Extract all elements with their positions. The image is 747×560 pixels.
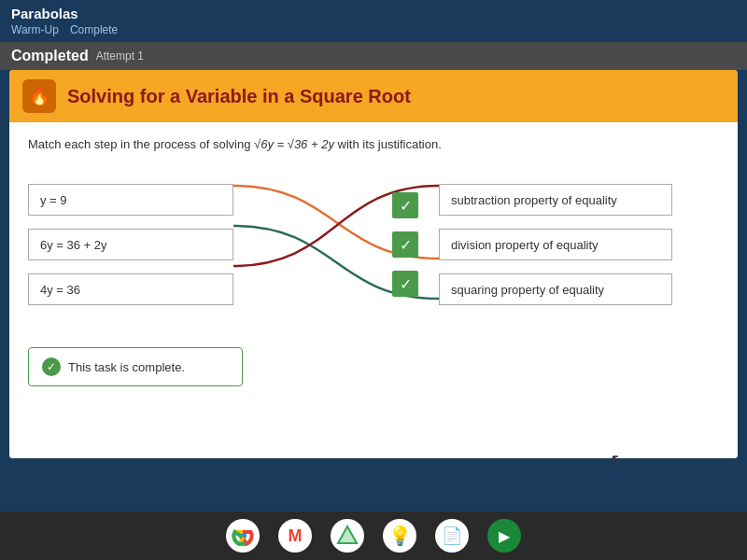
- top-nav: Warm-Up Complete: [11, 23, 736, 36]
- content-body: Match each step in the process of solvin…: [9, 122, 738, 458]
- svg-marker-2: [338, 526, 357, 543]
- left-item-3[interactable]: 4y = 36: [28, 273, 233, 305]
- instruction-text: Match each step in the process of solvin…: [28, 137, 719, 151]
- keep-icon[interactable]: 💡: [383, 519, 416, 553]
- docs-symbol: 📄: [442, 525, 462, 546]
- play-symbol: ▶: [499, 527, 510, 545]
- attempt-label: Attempt 1: [96, 49, 144, 63]
- right-column: subtraction property of equality divisio…: [439, 184, 672, 305]
- nav-complete[interactable]: Complete: [70, 23, 118, 36]
- top-bar: Parabolas Warm-Up Complete: [0, 0, 747, 42]
- left-item-2[interactable]: 6y = 36 + 2y: [28, 229, 233, 260]
- drive-icon[interactable]: [331, 519, 364, 553]
- activity-title: Solving for a Variable in a Square Root: [67, 86, 411, 107]
- warmup-icon: 🔥: [22, 79, 56, 113]
- matching-area: y = 9 6y = 36 + 2y 4y = 36: [28, 170, 719, 319]
- left-column: y = 9 6y = 36 + 2y 4y = 36: [28, 184, 233, 305]
- check-2: ✓: [392, 231, 418, 258]
- header-bar: 🔥 Solving for a Variable in a Square Roo…: [9, 70, 738, 122]
- completed-bar: Completed Attempt 1: [0, 42, 747, 70]
- left-item-1[interactable]: y = 9: [28, 184, 233, 216]
- completed-label: Completed: [11, 48, 89, 64]
- page-title: Parabolas: [11, 6, 736, 21]
- nav-warmup[interactable]: Warm-Up: [11, 23, 59, 36]
- gmail-letter: M: [289, 526, 303, 546]
- taskbar: M 💡 📄 ▶: [0, 511, 747, 560]
- check-column: ✓ ✓ ✓: [392, 192, 426, 297]
- main-content: 🔥 Solving for a Variable in a Square Roo…: [9, 70, 738, 458]
- docs-icon[interactable]: 📄: [435, 519, 469, 553]
- complete-check-icon: ✓: [42, 357, 61, 376]
- chrome-icon[interactable]: [226, 519, 260, 553]
- task-complete-bar: ✓ This task is complete.: [28, 347, 243, 386]
- check-1: ✓: [392, 192, 418, 218]
- task-complete-label: This task is complete.: [68, 360, 185, 374]
- right-item-2[interactable]: division property of equality: [439, 229, 672, 260]
- right-item-3[interactable]: squaring property of equality: [439, 273, 672, 305]
- gmail-icon[interactable]: M: [278, 519, 312, 553]
- check-3: ✓: [392, 271, 418, 297]
- play-icon[interactable]: ▶: [487, 519, 521, 553]
- right-item-1[interactable]: subtraction property of equality: [439, 184, 672, 216]
- keep-symbol: 💡: [388, 525, 412, 547]
